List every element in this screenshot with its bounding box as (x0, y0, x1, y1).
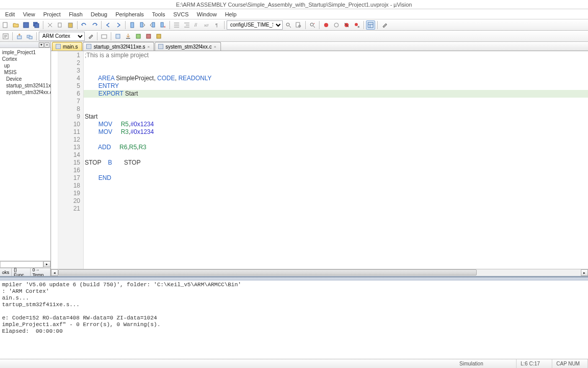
scroll-left-icon[interactable]: ◂ (51, 269, 58, 276)
batch-button[interactable] (154, 32, 163, 41)
menu-flash[interactable]: Flash (65, 10, 87, 18)
menu-project[interactable]: Project (39, 10, 65, 18)
cut-button[interactable] (45, 20, 55, 30)
scroll-right-icon[interactable]: ▸ (581, 269, 588, 276)
menu-help[interactable]: Help (221, 10, 241, 18)
window-layout-button[interactable] (366, 20, 375, 30)
build-button[interactable] (15, 32, 24, 41)
bookmark-next-button[interactable] (138, 20, 147, 30)
save-all-button[interactable] (32, 20, 41, 30)
outdent-button[interactable] (182, 20, 191, 30)
tree-item[interactable]: up (0, 62, 51, 69)
manage-button[interactable] (100, 32, 109, 41)
tree-item[interactable]: imple_Project1 (0, 49, 51, 56)
svg-rect-3 (35, 24, 39, 28)
file-tab-label: main.s (63, 44, 78, 50)
menu-debug[interactable]: Debug (87, 10, 111, 18)
close-icon[interactable]: × (214, 44, 216, 49)
rebuild-button[interactable] (25, 32, 34, 41)
svg-rect-14 (296, 22, 300, 27)
build-output-text[interactable]: mpiler 'V5.06 update 6 (build 750)', fol… (0, 281, 588, 359)
batch-build-button[interactable] (113, 32, 122, 41)
configure-button[interactable] (380, 20, 389, 30)
file-tab[interactable]: main.s (52, 42, 82, 51)
debug-start-button[interactable] (322, 20, 331, 30)
menu-svcs[interactable]: SVCS (169, 10, 193, 18)
nav-back-button[interactable] (104, 20, 113, 30)
menu-peripherals[interactable]: Peripherals (111, 10, 148, 18)
tree-item[interactable]: MSIS (0, 69, 51, 76)
open-file-button[interactable] (11, 20, 20, 30)
file-tab-strip: main.sstartup_stm32f411xe.s×system_stm32… (51, 42, 588, 51)
find-button[interactable] (284, 20, 293, 30)
svg-rect-27 (116, 34, 120, 38)
svg-rect-9 (161, 22, 163, 27)
breakpoint-margin[interactable] (51, 51, 58, 269)
panel-pin-icon[interactable]: ▾ (39, 42, 44, 48)
file-tab-label: system_stm32f4xx.c (165, 44, 212, 50)
project-panel-tab[interactable]: 0→ Temp... (31, 268, 51, 276)
bookmark-button[interactable] (128, 20, 137, 30)
redo-button[interactable] (90, 20, 99, 30)
panel-close-icon[interactable]: × (44, 42, 50, 48)
bookmark-prev-button[interactable] (148, 20, 157, 30)
indent-button[interactable] (172, 20, 181, 30)
project-panel-header: ▾ × (0, 42, 51, 48)
svg-rect-23 (17, 36, 21, 39)
svg-point-20 (355, 23, 358, 26)
bookmark-clear-button[interactable] (158, 20, 167, 30)
svg-point-13 (286, 23, 289, 26)
project-panel: ▾ × imple_Project1CortexupMSISDevicestar… (0, 42, 51, 276)
line-number-gutter: 123456789101112131415161718192021 (58, 51, 84, 269)
paste-button[interactable] (66, 20, 75, 30)
menu-edit[interactable]: Edit (1, 10, 19, 18)
editor-hscroll[interactable]: ◂ ▸ (51, 269, 588, 276)
nav-forward-button[interactable] (114, 20, 123, 30)
breakpoint-button[interactable] (332, 20, 341, 30)
breakpoint-kill-button[interactable] (352, 20, 361, 30)
project-panel-tab[interactable]: {} Func... (12, 268, 31, 276)
target-combo[interactable]: ARM Cortex (39, 32, 85, 41)
new-file-button[interactable] (1, 20, 10, 30)
pack-button[interactable] (134, 32, 143, 41)
code-editor[interactable]: 123456789101112131415161718192021 ;This … (51, 51, 588, 269)
comment-button[interactable]: // (192, 20, 202, 30)
file-tab-label: startup_stm32f411xe.s (93, 44, 145, 50)
menu-view[interactable]: View (19, 10, 39, 18)
uncomment-button[interactable]: x// (203, 20, 212, 30)
tree-item[interactable]: system_stm32f4xx.c (Start (0, 89, 51, 96)
main-toolbar: // x// ¶ configUSE_TIME_SLICING (0, 19, 588, 31)
file-tab[interactable]: startup_stm32f411xe.s× (83, 42, 154, 51)
scroll-right-icon[interactable]: ▸ (43, 261, 51, 267)
project-panel-tab[interactable]: oks (0, 268, 12, 276)
svg-rect-8 (152, 22, 155, 27)
svg-rect-0 (3, 22, 7, 28)
project-tree[interactable]: imple_Project1CortexupMSISDevicestartup_… (0, 48, 51, 261)
build-toolbar: ARM Cortex (0, 31, 588, 42)
menu-window[interactable]: Window (193, 10, 221, 18)
close-icon[interactable]: × (148, 44, 150, 49)
tree-item[interactable]: Cortex (0, 56, 51, 62)
code-content[interactable]: ;This is a simple project AREA SimplePro… (84, 51, 588, 269)
breakpoint-disable-button[interactable] (342, 20, 351, 30)
svg-rect-7 (140, 22, 143, 27)
tree-item[interactable]: startup_stm32f411xe.s (Sta (0, 82, 51, 89)
stop-build-button[interactable] (144, 32, 153, 41)
translate-button[interactable] (1, 32, 10, 41)
file-tab[interactable]: system_stm32f4xx.c× (155, 42, 220, 51)
download-button[interactable] (124, 32, 133, 41)
svg-rect-25 (29, 36, 32, 39)
undo-button[interactable] (80, 20, 89, 30)
menu-tools[interactable]: Tools (148, 10, 169, 18)
options-button[interactable] (86, 32, 95, 41)
find-combo[interactable]: configUSE_TIME_SLICING (227, 20, 283, 30)
window-title: E:\ARM ASSEMBLY Course\Simple_Assembly_w… (176, 2, 412, 8)
whitespace-button[interactable]: ¶ (213, 20, 222, 30)
debug-config-button[interactable] (308, 20, 317, 30)
svg-rect-31 (157, 34, 161, 38)
tree-item[interactable]: Device (0, 76, 51, 82)
status-caps: CAP NUM (552, 359, 588, 368)
copy-button[interactable] (56, 20, 65, 30)
save-file-button[interactable] (21, 20, 31, 30)
find-in-files-button[interactable] (294, 20, 303, 30)
